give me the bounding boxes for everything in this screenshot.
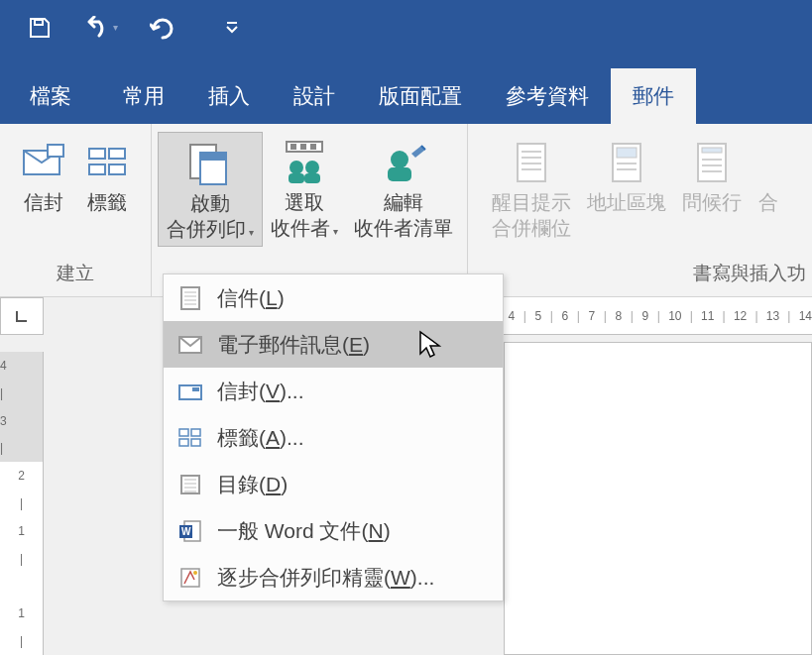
svg-rect-19	[388, 167, 411, 181]
svg-rect-4	[109, 149, 125, 159]
directory-icon	[177, 474, 203, 495]
menu-envelopes[interactable]: 信封(V)...	[164, 368, 503, 414]
svg-rect-13	[310, 144, 316, 150]
group-write-insert: 醒目提示合併欄位 地址區塊 問候行 合 書寫與插入功	[468, 124, 812, 296]
wizard-icon	[177, 566, 203, 590]
svg-rect-5	[89, 164, 105, 174]
save-icon	[28, 16, 52, 40]
group-start-merge: 啟動合併列印▾ 選取收件者▾	[152, 124, 468, 296]
horizontal-ruler[interactable]: 4|5|6|7|8|9|10|11|12|13|14	[504, 297, 812, 335]
menu-directory-label: 目錄(D)	[217, 471, 288, 498]
svg-rect-42	[179, 429, 188, 436]
tab-insert[interactable]: 插入	[186, 68, 272, 124]
svg-rect-2	[48, 145, 63, 157]
address-block-label: 地址區塊	[587, 189, 666, 215]
redo-icon	[150, 16, 175, 40]
address-block-button: 地址區塊	[579, 132, 674, 245]
svg-text:W: W	[181, 526, 191, 537]
undo-button[interactable]: ▾	[81, 16, 120, 40]
select-recipients-icon	[281, 140, 328, 185]
edit-recipient-list-button[interactable]: 編輯收件者清單	[346, 132, 461, 247]
dropdown-caret-icon[interactable]: ▾	[111, 22, 120, 33]
edit-recip-l2: 收件者清單	[354, 217, 453, 239]
letters-icon	[177, 285, 203, 311]
svg-rect-11	[290, 144, 296, 150]
start-merge-l2: 合併列印	[167, 218, 246, 240]
labels-small-icon	[177, 428, 203, 448]
tab-mailings[interactable]: 郵件	[611, 68, 696, 124]
select-recip-l2: 收件者	[271, 217, 330, 239]
svg-rect-30	[702, 148, 722, 153]
quick-access-toolbar: ▾	[0, 0, 812, 55]
envelopes-button[interactable]: 信封	[12, 132, 75, 219]
customize-qat-button[interactable]	[225, 21, 239, 35]
menu-labels-label: 標籤(A)...	[217, 424, 304, 452]
ribbon-body: 信封 標籤 建立	[0, 124, 812, 297]
svg-rect-34	[181, 287, 199, 309]
svg-point-55	[193, 571, 197, 575]
email-icon	[177, 336, 203, 354]
select-recipients-button[interactable]: 選取收件者▾	[263, 132, 346, 247]
menu-envelopes-label: 信封(V)...	[217, 378, 304, 405]
svg-point-14	[290, 161, 303, 174]
labels-label: 標籤	[87, 189, 127, 215]
tab-home[interactable]: 常用	[101, 68, 186, 124]
insert-merge-field-button: 合	[750, 132, 779, 245]
svg-rect-46	[181, 476, 199, 493]
ribbon-tabs: 檔案 常用 插入 設計 版面配置 參考資料 郵件	[0, 55, 812, 124]
svg-rect-44	[179, 439, 188, 446]
envelope-small-icon	[177, 382, 203, 400]
edit-recipients-icon	[380, 140, 427, 185]
menu-normal-word-document[interactable]: W 一般 Word 文件(N)	[164, 507, 503, 554]
save-button[interactable]	[28, 16, 52, 40]
svg-rect-0	[35, 20, 43, 25]
highlight-l2: 合併欄位	[492, 217, 571, 239]
chevron-down-icon: ▾	[249, 227, 254, 238]
labels-button[interactable]: 標籤	[75, 132, 139, 219]
svg-rect-15	[289, 173, 304, 183]
edit-recip-l1: 編輯	[384, 191, 423, 213]
svg-rect-6	[109, 164, 125, 174]
svg-rect-41	[192, 387, 199, 391]
start-mail-merge-dropdown: 信件(L) 電子郵件訊息(E) 信封(V)... 標籤(A)... 目錄(D) …	[163, 273, 504, 601]
ruler-corner	[0, 297, 44, 335]
svg-rect-17	[304, 173, 320, 183]
word-doc-icon: W	[177, 519, 203, 543]
highlight-merge-fields-button: 醒目提示合併欄位	[484, 132, 579, 245]
select-recip-l1: 選取	[285, 191, 324, 213]
start-mail-merge-button[interactable]: 啟動合併列印▾	[158, 132, 263, 247]
svg-point-16	[305, 161, 319, 174]
start-merge-l1: 啟動	[190, 192, 230, 214]
tab-layout[interactable]: 版面配置	[357, 68, 484, 124]
svg-point-18	[391, 151, 408, 168]
labels-icon	[85, 143, 129, 182]
menu-letters-label: 信件(L)	[217, 284, 285, 312]
vertical-ruler[interactable]: 4|3|2|1|1|	[0, 352, 44, 655]
greeting-line-label: 問候行	[682, 189, 742, 215]
tab-references[interactable]: 參考資料	[484, 68, 611, 124]
envelopes-label: 信封	[24, 189, 63, 215]
document-page[interactable]	[504, 342, 812, 655]
menu-letters[interactable]: 信件(L)	[164, 274, 503, 321]
highlight-l1: 醒目提示	[492, 191, 571, 213]
menu-step-by-step-wizard[interactable]: 逐步合併列印精靈(W)...	[164, 554, 503, 600]
svg-rect-9	[200, 153, 226, 161]
menu-email-label: 電子郵件訊息(E)	[217, 331, 370, 359]
menu-labels[interactable]: 標籤(A)...	[164, 414, 503, 461]
menu-email-messages[interactable]: 電子郵件訊息(E)	[164, 321, 503, 368]
svg-rect-26	[617, 148, 637, 158]
tab-file[interactable]: 檔案	[0, 68, 101, 124]
address-block-icon	[607, 140, 646, 185]
redo-button[interactable]	[150, 16, 175, 40]
menu-wizard-label: 逐步合併列印精靈(W)...	[217, 564, 434, 592]
svg-rect-12	[300, 144, 306, 150]
svg-rect-43	[191, 429, 200, 436]
menu-directory[interactable]: 目錄(D)	[164, 461, 503, 507]
group-write-label: 書寫與插入功	[693, 261, 806, 292]
menu-normal-label: 一般 Word 文件(N)	[217, 517, 391, 545]
svg-rect-3	[89, 149, 105, 159]
insert-merge-partial: 合	[758, 189, 778, 215]
tab-design[interactable]: 設計	[272, 68, 357, 124]
undo-icon	[81, 16, 111, 40]
document-icon	[512, 140, 551, 185]
